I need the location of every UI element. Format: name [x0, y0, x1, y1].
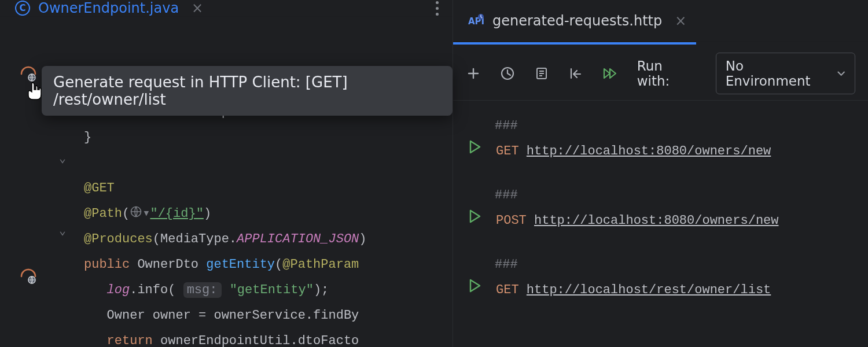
api-file-icon: API — [468, 13, 484, 29]
environment-selector[interactable]: No Environment — [716, 53, 855, 94]
http-url[interactable]: http://localhost:8080/owners/new — [527, 144, 771, 158]
tab-title: OwnerEndpoint.java — [38, 0, 179, 16]
editor-panel-left: C OwnerEndpoint.java × Generate request … — [0, 0, 453, 347]
http-requests-body[interactable]: ### GET http://localhost:8080/owners/new… — [453, 101, 868, 347]
run-all-icon[interactable] — [602, 65, 619, 82]
pointer-cursor-icon — [27, 82, 44, 101]
http-method: GET — [496, 283, 519, 297]
request-separator: ### — [495, 257, 518, 272]
http-url[interactable]: http://localhost/rest/owner/list — [527, 283, 771, 297]
close-icon[interactable]: × — [192, 0, 203, 16]
editor-panel-right: API generated-requests.http × Run with: … — [453, 0, 868, 347]
examples-icon[interactable] — [534, 65, 550, 82]
add-request-icon[interactable] — [466, 65, 481, 82]
chevron-down-icon[interactable]: ⌄ — [59, 223, 84, 238]
run-request-icon[interactable] — [468, 139, 482, 164]
history-icon[interactable] — [500, 65, 516, 82]
request-row: POST http://localhost:8080/owners/new — [453, 208, 868, 234]
tab-owner-endpoint[interactable]: C OwnerEndpoint.java × — [15, 0, 203, 16]
request-row: GET http://localhost/rest/owner/list — [453, 278, 868, 303]
http-url[interactable]: http://localhost:8080/owners/new — [534, 213, 778, 228]
request-separator: ### — [495, 188, 518, 202]
left-editor-content: Generate request in HTTP Client: [GET] /… — [0, 17, 453, 347]
tab-generated-requests[interactable]: API generated-requests.http × — [468, 13, 686, 29]
run-request-icon[interactable] — [468, 278, 482, 303]
request-separator: ### — [495, 119, 518, 133]
java-class-icon: C — [15, 1, 30, 16]
more-icon[interactable] — [436, 0, 439, 19]
chevron-down-icon[interactable]: ⌄ — [59, 151, 84, 165]
http-method: POST — [496, 213, 527, 228]
left-tabbar: C OwnerEndpoint.java × — [0, 0, 453, 17]
env-value: No Environment — [726, 58, 829, 88]
generate-request-tooltip: Generate request in HTTP Client: [GET] /… — [42, 66, 453, 116]
import-icon[interactable] — [568, 65, 584, 82]
run-with-label: Run with: — [637, 58, 697, 88]
run-request-icon[interactable] — [468, 208, 482, 234]
http-client-toolbar: Run with: No Environment — [453, 45, 868, 101]
svg-text:C: C — [19, 3, 25, 13]
endpoint-gutter-icon[interactable] — [20, 268, 52, 285]
right-tabbar: API generated-requests.http × — [453, 0, 868, 42]
http-method: GET — [496, 144, 519, 158]
tab-title: generated-requests.http — [492, 13, 662, 29]
request-row: GET http://localhost:8080/owners/new — [453, 139, 868, 164]
chevron-down-icon — [837, 70, 845, 77]
close-icon[interactable]: × — [675, 13, 686, 29]
